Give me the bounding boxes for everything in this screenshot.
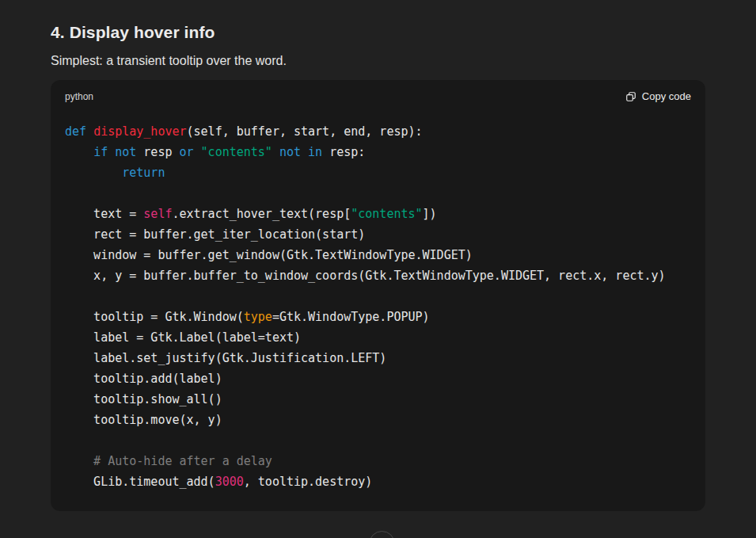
subtitle-text: Simplest: a transient tooltip over the w… — [51, 54, 705, 68]
code-line: window = buffer.get_window(Gtk.TextWindo… — [65, 245, 691, 265]
code-line: text = self.extract_hover_text(resp["con… — [65, 204, 691, 224]
code-line: x, y = buffer.buffer_to_window_coords(Gt… — [65, 265, 691, 286]
code-line: tooltip.show_all() — [65, 389, 691, 410]
copy-code-label: Copy code — [642, 90, 691, 102]
copy-code-button[interactable]: Copy code — [625, 90, 691, 102]
scroll-to-bottom-button[interactable] — [369, 531, 395, 538]
code-line: tooltip.add(label) — [65, 368, 691, 389]
code-line: tooltip.move(x, y) — [65, 410, 691, 430]
code-line: label.set_justify(Gtk.Justification.LEFT… — [65, 348, 691, 368]
code-line: if not resp or "contents" not in resp: — [65, 142, 691, 162]
copy-icon — [625, 91, 636, 102]
code-content: def display_hover(self, buffer, start, e… — [51, 105, 705, 506]
code-line — [65, 286, 691, 307]
code-block: python Copy code def display_hover(self,… — [51, 80, 705, 511]
code-line: GLib.timeout_add(3000, tooltip.destroy) — [65, 471, 691, 492]
code-line: # Auto-hide after a delay — [65, 451, 691, 471]
code-block-header: python Copy code — [51, 80, 705, 105]
page-title: 4. Display hover info — [51, 0, 705, 42]
main-content: 4. Display hover info Simplest: a transi… — [0, 0, 756, 511]
code-line — [65, 430, 691, 451]
code-line — [65, 183, 691, 204]
language-label: python — [65, 91, 93, 102]
code-line: def display_hover(self, buffer, start, e… — [65, 121, 691, 142]
code-line: label = Gtk.Label(label=text) — [65, 327, 691, 348]
code-line: return — [65, 162, 691, 183]
code-line: rect = buffer.get_iter_location(start) — [65, 224, 691, 245]
code-line: tooltip = Gtk.Window(type=Gtk.WindowType… — [65, 307, 691, 327]
